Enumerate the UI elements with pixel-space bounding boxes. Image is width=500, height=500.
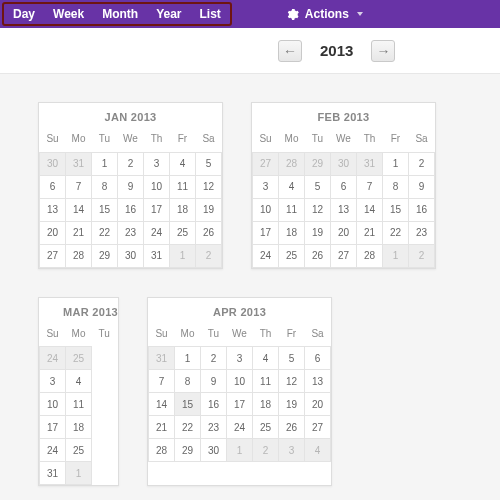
next-year-button[interactable]: → (371, 40, 395, 62)
day-cell[interactable]: 2 (253, 439, 279, 462)
day-cell[interactable]: 14 (357, 198, 383, 221)
day-cell[interactable]: 28 (279, 152, 305, 175)
day-cell[interactable]: 17 (253, 221, 279, 244)
day-cell[interactable]: 11 (253, 370, 279, 393)
day-cell[interactable]: 26 (279, 416, 305, 439)
day-cell[interactable]: 6 (40, 175, 66, 198)
day-cell[interactable]: 2 (196, 244, 222, 267)
day-cell[interactable]: 17 (144, 198, 170, 221)
day-cell[interactable]: 16 (409, 198, 435, 221)
day-cell[interactable]: 15 (383, 198, 409, 221)
day-cell[interactable]: 24 (144, 221, 170, 244)
day-cell[interactable]: 3 (253, 175, 279, 198)
day-cell[interactable]: 28 (149, 439, 175, 462)
day-cell[interactable]: 20 (40, 221, 66, 244)
day-cell[interactable]: 2 (409, 152, 435, 175)
day-cell[interactable]: 8 (175, 370, 201, 393)
day-cell[interactable]: 31 (66, 152, 92, 175)
day-cell[interactable]: 4 (253, 347, 279, 370)
day-cell[interactable]: 31 (357, 152, 383, 175)
day-cell[interactable]: 4 (170, 152, 196, 175)
day-cell[interactable]: 10 (253, 198, 279, 221)
tab-month[interactable]: Month (93, 4, 147, 24)
day-cell[interactable]: 20 (331, 221, 357, 244)
day-cell[interactable]: 30 (40, 152, 66, 175)
day-cell[interactable]: 27 (305, 416, 331, 439)
day-cell[interactable]: 25 (170, 221, 196, 244)
day-cell[interactable]: 31 (144, 244, 170, 267)
day-cell[interactable]: 12 (279, 370, 305, 393)
day-cell[interactable]: 30 (201, 439, 227, 462)
day-cell[interactable]: 3 (144, 152, 170, 175)
day-cell[interactable]: 12 (305, 198, 331, 221)
day-cell[interactable]: 10 (40, 393, 66, 416)
day-cell[interactable]: 8 (383, 175, 409, 198)
tab-day[interactable]: Day (4, 4, 44, 24)
day-cell[interactable]: 2 (201, 347, 227, 370)
actions-dropdown[interactable]: Actions (286, 7, 363, 21)
day-cell[interactable]: 9 (409, 175, 435, 198)
day-cell[interactable]: 11 (170, 175, 196, 198)
day-cell[interactable]: 1 (175, 347, 201, 370)
day-cell[interactable]: 8 (92, 175, 118, 198)
day-cell[interactable]: 22 (175, 416, 201, 439)
day-cell[interactable]: 14 (149, 393, 175, 416)
day-cell[interactable]: 6 (305, 347, 331, 370)
day-cell[interactable]: 31 (149, 347, 175, 370)
day-cell[interactable]: 19 (196, 198, 222, 221)
day-cell[interactable]: 28 (357, 244, 383, 267)
day-cell[interactable]: 25 (279, 244, 305, 267)
day-cell[interactable]: 12 (196, 175, 222, 198)
day-cell[interactable]: 1 (92, 152, 118, 175)
day-cell[interactable]: 29 (175, 439, 201, 462)
day-cell[interactable]: 11 (279, 198, 305, 221)
day-cell[interactable]: 20 (305, 393, 331, 416)
day-cell[interactable]: 21 (149, 416, 175, 439)
day-cell[interactable]: 30 (331, 152, 357, 175)
day-cell[interactable]: 15 (92, 198, 118, 221)
day-cell[interactable]: 27 (253, 152, 279, 175)
day-cell[interactable]: 24 (253, 244, 279, 267)
day-cell[interactable]: 3 (279, 439, 305, 462)
day-cell[interactable]: 22 (383, 221, 409, 244)
day-cell[interactable]: 17 (40, 416, 66, 439)
tab-year[interactable]: Year (147, 4, 190, 24)
day-cell[interactable]: 28 (66, 244, 92, 267)
day-cell[interactable]: 4 (279, 175, 305, 198)
day-cell[interactable]: 1 (383, 244, 409, 267)
day-cell[interactable]: 1 (383, 152, 409, 175)
day-cell[interactable]: 27 (40, 244, 66, 267)
day-cell[interactable]: 24 (227, 416, 253, 439)
day-cell[interactable]: 2 (409, 244, 435, 267)
day-cell[interactable]: 22 (92, 221, 118, 244)
day-cell[interactable]: 16 (118, 198, 144, 221)
day-cell[interactable]: 6 (331, 175, 357, 198)
day-cell[interactable]: 11 (66, 393, 92, 416)
day-cell[interactable]: 5 (196, 152, 222, 175)
day-cell[interactable]: 27 (331, 244, 357, 267)
day-cell[interactable]: 9 (118, 175, 144, 198)
day-cell[interactable]: 21 (357, 221, 383, 244)
tab-list[interactable]: List (191, 4, 230, 24)
tab-week[interactable]: Week (44, 4, 93, 24)
day-cell[interactable]: 17 (227, 393, 253, 416)
day-cell[interactable]: 1 (170, 244, 196, 267)
day-cell[interactable]: 21 (66, 221, 92, 244)
day-cell[interactable]: 4 (305, 439, 331, 462)
day-cell[interactable]: 13 (305, 370, 331, 393)
day-cell[interactable]: 5 (279, 347, 305, 370)
day-cell[interactable]: 19 (279, 393, 305, 416)
day-cell[interactable]: 29 (92, 244, 118, 267)
day-cell[interactable]: 26 (305, 244, 331, 267)
day-cell[interactable]: 13 (331, 198, 357, 221)
day-cell[interactable]: 24 (40, 347, 66, 370)
day-cell[interactable]: 18 (170, 198, 196, 221)
day-cell[interactable]: 23 (409, 221, 435, 244)
day-cell[interactable]: 23 (118, 221, 144, 244)
day-cell[interactable]: 30 (118, 244, 144, 267)
day-cell[interactable]: 10 (144, 175, 170, 198)
day-cell[interactable]: 7 (149, 370, 175, 393)
day-cell[interactable]: 14 (66, 198, 92, 221)
day-cell[interactable]: 25 (66, 347, 92, 370)
day-cell[interactable]: 16 (201, 393, 227, 416)
